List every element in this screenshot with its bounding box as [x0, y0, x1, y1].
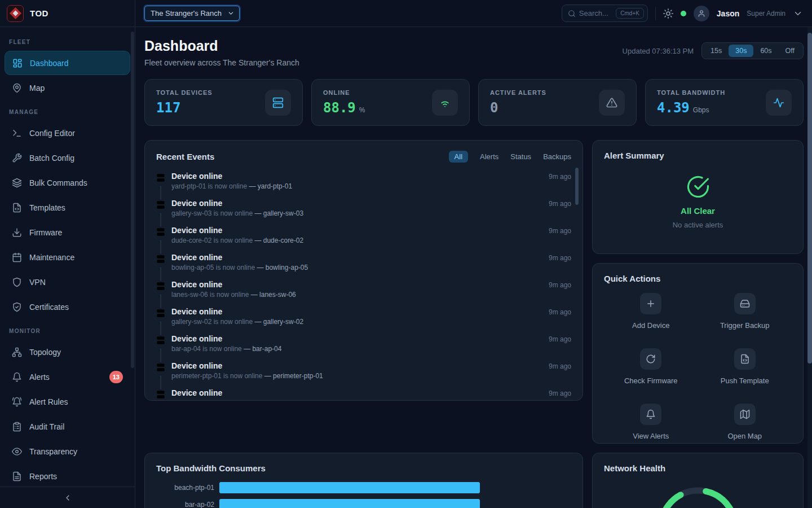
sidebar-collapse-button[interactable]	[0, 487, 135, 508]
event-row[interactable]: Device online 9m ago bar-ap-04 is now on…	[156, 334, 571, 353]
server-icon	[156, 172, 165, 186]
quick-action-push-template[interactable]: Push Template	[698, 348, 792, 385]
server-icon	[156, 253, 165, 267]
event-row[interactable]: Device online 9m ago bowling-ap-05 is no…	[156, 253, 571, 272]
sidebar-item-map[interactable]: Map	[5, 76, 130, 100]
stat-card-total-bandwidth: TOTAL BANDWIDTH 4.39 Gbps	[645, 79, 804, 126]
sidebar-item-batch-config[interactable]: Batch Config	[5, 146, 130, 170]
sidebar-item-audit-trail[interactable]: Audit Trail	[5, 414, 130, 439]
sidebar-item-label: Maintenance	[29, 253, 74, 262]
updated-timestamp: Updated 07:36:13 PM	[623, 47, 694, 55]
event-row[interactable]: Device online 9m ago gallery-sw-03 is no…	[156, 199, 571, 218]
event-title: Device online	[171, 307, 222, 316]
bell-icon	[12, 372, 22, 382]
sidebar-item-reports[interactable]: Reports	[5, 464, 130, 487]
event-row[interactable]: Device online 9m ago dude-core-02 is now…	[156, 226, 571, 245]
site-selector[interactable]: The Stranger's Ranch	[144, 6, 240, 21]
user-menu-button[interactable]	[793, 8, 803, 19]
event-row[interactable]: Device online 9m ago perimeter-ptp-01 is…	[156, 361, 571, 380]
sidebar-scrollbar[interactable]	[131, 32, 134, 368]
shield-check-icon	[12, 302, 22, 312]
sidebar-item-alert-rules[interactable]: Alert Rules	[5, 389, 130, 414]
clipboard-list-icon	[12, 422, 22, 432]
event-time: 9m ago	[549, 389, 571, 397]
events-tab-all[interactable]: All	[449, 151, 468, 163]
download-icon	[12, 227, 22, 238]
server-icon	[156, 281, 165, 294]
network-health-panel: Network Health 88	[592, 453, 804, 508]
user-icon	[698, 10, 705, 17]
event-row[interactable]: Device online 9m ago	[156, 388, 571, 401]
bandwidth-bar-track	[219, 482, 571, 493]
event-title: Device online	[171, 280, 222, 289]
page-scrollbar-thumb[interactable]	[807, 33, 812, 364]
quick-action-add-device[interactable]: Add Device	[604, 293, 698, 330]
stat-unit: %	[359, 106, 365, 114]
bell-ring-icon	[12, 397, 22, 407]
quick-action-view-alerts[interactable]: View Alerts	[604, 404, 698, 440]
sidebar-item-firmware[interactable]: Firmware	[5, 220, 130, 244]
sidebar-item-config-editor[interactable]: Config Editor	[5, 121, 130, 145]
sidebar-item-alerts[interactable]: Alerts 13	[5, 365, 130, 389]
events-tab-alerts[interactable]: Alerts	[480, 152, 498, 161]
search-box[interactable]: Cmd+K	[562, 5, 648, 22]
app-name: TOD	[30, 8, 48, 18]
event-message: lanes-sw-06 is now online — lanes-sw-06	[171, 291, 571, 299]
sidebar-item-transparency[interactable]: Transparency	[5, 439, 130, 463]
page-title: Dashboard	[144, 38, 299, 54]
event-row[interactable]: Device online 9m ago yard-ptp-01 is now …	[156, 172, 571, 191]
refresh-option-60s[interactable]: 60s	[753, 45, 778, 57]
stat-icon-tile	[432, 90, 458, 116]
quick-action-label: Add Device	[632, 321, 669, 330]
sidebar-item-label: Map	[29, 84, 45, 93]
bandwidth-row: bar-ap-02	[156, 499, 571, 508]
stat-icon-tile	[766, 90, 792, 116]
bandwidth-bar	[219, 499, 480, 508]
quick-action-label: Open Map	[727, 432, 762, 440]
shield-icon	[12, 277, 22, 287]
server-icon	[156, 226, 165, 240]
sidebar-item-maintenance[interactable]: Maintenance	[5, 245, 130, 269]
calendar-icon	[12, 252, 22, 262]
event-row[interactable]: Device online 9m ago gallery-sw-02 is no…	[156, 307, 571, 326]
sidebar-item-vpn[interactable]: VPN	[5, 270, 130, 294]
stat-unit: Gbps	[693, 106, 709, 114]
avatar[interactable]	[694, 6, 709, 21]
events-tab-status[interactable]: Status	[510, 152, 531, 161]
sidebar-item-dashboard[interactable]: Dashboard	[5, 51, 130, 75]
events-scrollbar[interactable]	[575, 168, 579, 205]
sidebar-item-templates[interactable]: Templates	[5, 195, 130, 220]
events-tab-backups[interactable]: Backups	[543, 152, 571, 161]
events-list: Device online 9m ago yard-ptp-01 is now …	[156, 172, 571, 401]
quick-actions-panel: Quick Actions Add Device Trigger Backup …	[592, 263, 804, 444]
nav-section-manage: MANAGE	[0, 100, 135, 120]
sidebar-item-bulk-commands[interactable]: Bulk Commands	[5, 170, 130, 195]
event-row[interactable]: Device online 9m ago lanes-sw-06 is now …	[156, 280, 571, 299]
quick-action-trigger-backup[interactable]: Trigger Backup	[698, 293, 792, 330]
search-input[interactable]	[579, 9, 612, 17]
check-circle-icon	[686, 175, 710, 199]
quick-action-open-map[interactable]: Open Map	[698, 404, 792, 440]
page-scrollbar[interactable]	[807, 27, 812, 508]
bandwidth-bar	[219, 482, 480, 493]
event-title: Device online	[171, 199, 222, 208]
quick-action-check-firmware[interactable]: Check Firmware	[604, 348, 698, 385]
event-time: 9m ago	[549, 281, 571, 289]
refresh-cw-icon	[646, 354, 656, 364]
chevron-down-icon	[793, 8, 803, 19]
sidebar-item-label: Batch Config	[29, 154, 74, 163]
refresh-option-30s[interactable]: 30s	[729, 45, 753, 57]
refresh-option-off[interactable]: Off	[779, 45, 801, 57]
quick-action-tile	[734, 293, 756, 314]
refresh-option-15s[interactable]: 15s	[704, 45, 729, 57]
sidebar-item-label: VPN	[29, 278, 46, 287]
nav-section-monitor: MONITOR	[0, 319, 135, 339]
bandwidth-panel: Top Bandwidth Consumers beach-ptp-01 bar…	[144, 453, 583, 508]
sidebar-item-topology[interactable]: Topology	[5, 340, 130, 364]
theme-toggle-button[interactable]	[663, 8, 673, 19]
sidebar-item-certificates[interactable]: Certificates	[5, 295, 130, 319]
user-role: Super Admin	[747, 10, 785, 17]
user-name: Jason	[717, 9, 739, 18]
nav-section-fleet: FLEET	[0, 30, 135, 50]
sidebar-item-label: Firmware	[29, 228, 62, 237]
